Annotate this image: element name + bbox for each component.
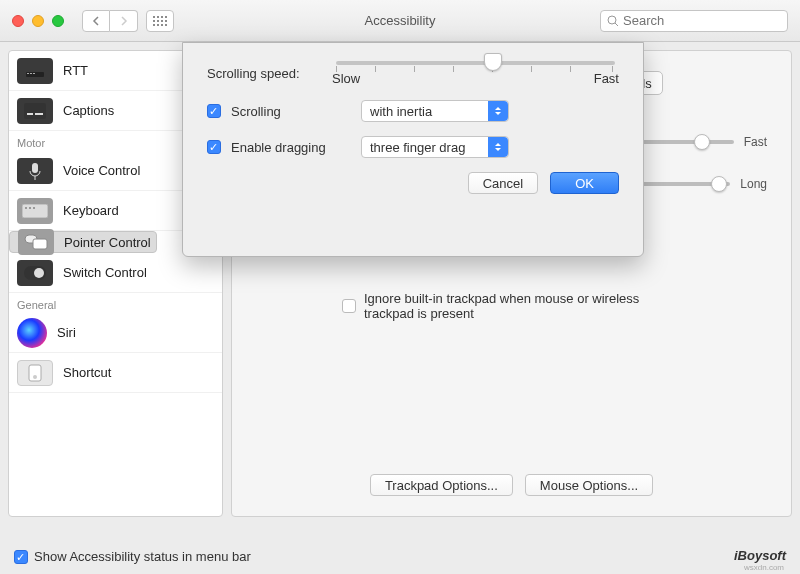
voice-control-icon: [17, 158, 53, 184]
forward-button[interactable]: [110, 10, 138, 32]
search-input[interactable]: [623, 13, 781, 28]
dragging-select[interactable]: three finger drag: [361, 136, 509, 158]
trackpad-options-button[interactable]: Trackpad Options...: [370, 474, 513, 496]
slider-label-long: Long: [740, 177, 767, 191]
search-icon: [607, 15, 619, 27]
window-titlebar: Accessibility: [0, 0, 800, 42]
svg-rect-8: [35, 113, 43, 115]
svg-rect-15: [33, 239, 47, 249]
svg-rect-10: [22, 204, 48, 218]
grid-icon: [153, 16, 167, 26]
dragging-checkbox[interactable]: [207, 140, 221, 154]
back-button[interactable]: [82, 10, 110, 32]
sidebar-item-switch-control[interactable]: Switch Control: [9, 253, 222, 293]
sidebar-item-label: RTT: [63, 63, 88, 78]
minimize-window-button[interactable]: [32, 15, 44, 27]
footer: Show Accessibility status in menu bar: [14, 549, 251, 564]
svg-rect-6: [24, 103, 46, 119]
sidebar-item-label: Captions: [63, 103, 114, 118]
siri-icon: [17, 318, 47, 348]
rtt-icon: [17, 58, 53, 84]
slider-label-fast: Fast: [744, 135, 767, 149]
scrolling-speed-label: Scrolling speed:: [207, 66, 322, 81]
keyboard-icon: [17, 198, 53, 224]
fast-label: Fast: [594, 71, 619, 86]
sidebar-item-siri[interactable]: Siri: [9, 313, 222, 353]
switch-control-icon: [17, 260, 53, 286]
trackpad-options-dialog: Scrolling speed: Slow Fast Scrolling wit…: [182, 42, 644, 257]
nav-buttons: [82, 10, 138, 32]
search-field[interactable]: [600, 10, 788, 32]
chevron-updown-icon: [488, 101, 508, 121]
sidebar-item-label: Pointer Control: [64, 235, 151, 250]
scrolling-checkbox[interactable]: [207, 104, 221, 118]
scrolling-select[interactable]: with inertia: [361, 100, 509, 122]
zoom-window-button[interactable]: [52, 15, 64, 27]
traffic-lights: [12, 15, 64, 27]
sidebar-item-pointer-control[interactable]: Pointer Control: [9, 231, 157, 253]
svg-rect-13: [33, 207, 35, 209]
svg-rect-5: [33, 73, 35, 74]
status-menubar-label: Show Accessibility status in menu bar: [34, 549, 251, 564]
sidebar-item-label: Voice Control: [63, 163, 140, 178]
scrolling-label: Scrolling: [231, 104, 351, 119]
dragging-label: Enable dragging: [231, 140, 351, 155]
close-window-button[interactable]: [12, 15, 24, 27]
svg-line-1: [615, 23, 618, 26]
svg-rect-12: [29, 207, 31, 209]
ok-button[interactable]: OK: [550, 172, 619, 194]
svg-point-19: [33, 375, 37, 379]
svg-rect-9: [32, 163, 38, 173]
chevron-updown-icon: [488, 137, 508, 157]
shortcut-icon: [17, 360, 53, 386]
status-menubar-checkbox[interactable]: [14, 550, 28, 564]
svg-rect-3: [27, 73, 29, 74]
sidebar-item-label: Switch Control: [63, 265, 147, 280]
svg-point-17: [34, 268, 44, 278]
slow-label: Slow: [332, 71, 360, 86]
ignore-trackpad-checkbox[interactable]: [342, 299, 356, 313]
scrolling-speed-slider[interactable]: [336, 61, 615, 65]
sidebar-item-label: Keyboard: [63, 203, 119, 218]
pointer-control-icon: [18, 229, 54, 255]
sidebar-item-label: Shortcut: [63, 365, 111, 380]
ignore-trackpad-label: Ignore built-in trackpad when mouse or w…: [364, 291, 684, 321]
mouse-options-button[interactable]: Mouse Options...: [525, 474, 653, 496]
sidebar-item-label: Siri: [57, 325, 76, 340]
svg-rect-2: [26, 72, 44, 77]
watermark-sub: wsxdn.com: [744, 563, 784, 572]
svg-rect-4: [30, 73, 32, 74]
svg-point-0: [608, 16, 616, 24]
show-all-button[interactable]: [146, 10, 174, 32]
sidebar-category-general: General: [9, 293, 222, 313]
svg-rect-7: [27, 113, 33, 115]
svg-rect-11: [25, 207, 27, 209]
sidebar-item-shortcut[interactable]: Shortcut: [9, 353, 222, 393]
captions-icon: [17, 98, 53, 124]
cancel-button[interactable]: Cancel: [468, 172, 538, 194]
